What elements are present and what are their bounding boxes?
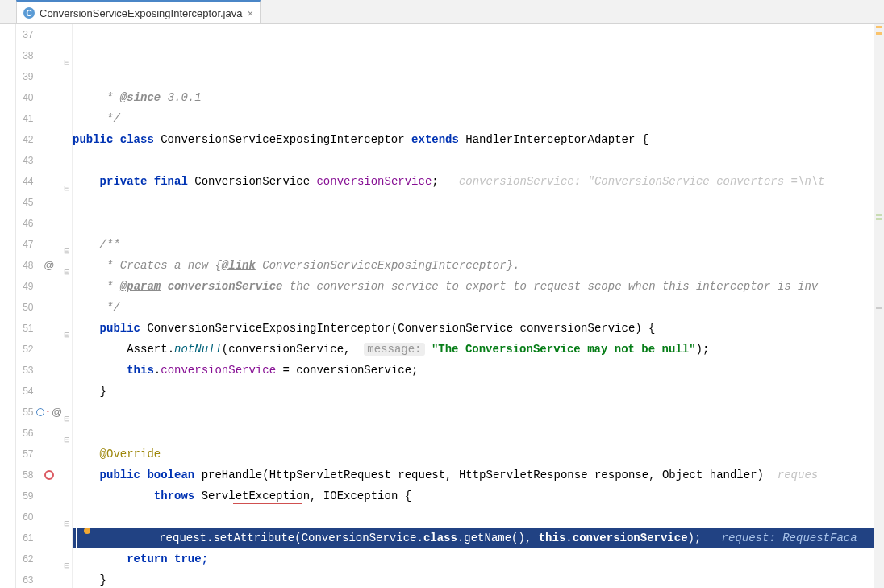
fold-region[interactable] [63, 108, 73, 129]
gutter-line[interactable]: 45 [16, 192, 73, 213]
fold-region[interactable]: ⊟ [63, 507, 73, 528]
fold-region[interactable] [63, 276, 73, 297]
fold-region[interactable] [63, 465, 73, 486]
code-editor[interactable]: 3738⊟394041424344⊟454647⊟48@⊟495051⊟5253… [0, 24, 884, 588]
fold-region[interactable] [63, 486, 73, 507]
overview-mark[interactable] [876, 218, 882, 220]
code-line[interactable] [73, 402, 874, 423]
fold-region[interactable]: ⊟ [63, 402, 73, 423]
gutter-line[interactable]: 50 [16, 297, 73, 318]
gutter-line[interactable]: 47⊟ [16, 234, 73, 255]
fold-region[interactable] [63, 87, 73, 108]
gutter-line[interactable]: 57 [16, 444, 73, 465]
gutter-line[interactable]: 62⊟ [16, 548, 73, 569]
fold-region[interactable]: ⊟ [63, 318, 73, 339]
gutter-marks: @ [35, 255, 64, 276]
overview-mark[interactable] [876, 214, 882, 216]
fold-region[interactable] [63, 381, 73, 402]
code-token [73, 259, 106, 272]
fold-region[interactable] [63, 360, 73, 381]
code-line[interactable]: public ConversionServiceExposingIntercep… [73, 318, 874, 339]
gutter-line[interactable]: 52 [16, 339, 73, 360]
fold-region[interactable]: ⊟ [63, 548, 73, 569]
code-line[interactable]: this.conversionService = conversionServi… [73, 360, 874, 381]
breakpoint-icon[interactable] [44, 470, 54, 480]
gutter-line[interactable]: 48@⊟ [16, 255, 73, 276]
gutter-line[interactable]: 58 [16, 465, 73, 486]
code-line[interactable]: */ [73, 297, 874, 318]
override-icon[interactable] [36, 408, 44, 416]
fold-region[interactable]: ⊟ [63, 255, 73, 276]
gutter-marks [35, 381, 64, 402]
code-line[interactable]: public boolean preHandle(HttpServletRequ… [73, 465, 874, 486]
code-token [73, 301, 106, 314]
gutter-line[interactable]: 42 [16, 129, 73, 150]
editor-tab-bar: C ConversionServiceExposingInterceptor.j… [0, 0, 884, 24]
gutter-line[interactable]: 38⊟ [16, 45, 73, 66]
fold-region[interactable] [63, 192, 73, 213]
fold-region[interactable]: ⊟ [63, 171, 73, 192]
gutter-line[interactable]: 46 [16, 213, 73, 234]
gutter-line[interactable]: 44⊟ [16, 171, 73, 192]
gutter-line[interactable]: 41 [16, 108, 73, 129]
fold-region[interactable] [63, 129, 73, 150]
code-line[interactable]: /** [73, 234, 874, 255]
fold-region[interactable] [63, 339, 73, 360]
code-line[interactable]: private final ConversionService conversi… [73, 171, 874, 192]
gutter-line[interactable]: 60⊟ [16, 507, 73, 528]
gutter-line[interactable]: 43 [16, 150, 73, 171]
gutter-line[interactable]: 53 [16, 360, 73, 381]
gutter-line[interactable]: 56⊟ [16, 423, 73, 444]
gutter-line[interactable]: 54 [16, 381, 73, 402]
gutter-line[interactable]: 49 [16, 276, 73, 297]
code-line[interactable] [73, 213, 874, 234]
fold-region[interactable] [63, 444, 73, 465]
fold-region[interactable] [63, 66, 73, 87]
code-line[interactable] [73, 507, 874, 528]
code-line[interactable]: Assert.notNull(conversionService, messag… [73, 339, 874, 360]
gutter-line[interactable]: 59 [16, 486, 73, 507]
fold-region[interactable]: ⊟ [63, 234, 73, 255]
fold-region[interactable]: ⊟ [63, 423, 73, 444]
code-line[interactable]: request.setAttribute(ConversionService.c… [73, 528, 874, 548]
fold-region[interactable] [63, 213, 73, 234]
code-line[interactable]: @Override [73, 444, 874, 465]
gutter[interactable]: 3738⊟394041424344⊟454647⊟48@⊟495051⊟5253… [16, 24, 73, 588]
code-line[interactable]: } [73, 569, 874, 588]
gutter-line[interactable]: 37 [16, 24, 73, 45]
code-line[interactable]: } [73, 381, 874, 402]
code-line[interactable] [73, 150, 874, 171]
fold-region[interactable] [63, 297, 73, 318]
overview-mark[interactable] [876, 26, 882, 28]
gutter-line[interactable]: 51⊟ [16, 318, 73, 339]
overview-ruler[interactable] [874, 24, 884, 588]
gutter-line[interactable]: 55↑@⊟ [16, 402, 73, 423]
close-icon[interactable]: × [247, 7, 253, 19]
file-tab[interactable]: C ConversionServiceExposingInterceptor.j… [16, 0, 261, 23]
code-line[interactable]: * Creates a new {@link ConversionService… [73, 255, 874, 276]
overview-mark[interactable] [876, 307, 882, 309]
code-line[interactable]: */ [73, 108, 874, 129]
code-token [73, 91, 106, 104]
gutter-line[interactable]: 61 [16, 528, 73, 548]
line-number: 40 [16, 87, 35, 108]
code-token: this [539, 532, 566, 544]
fold-region[interactable] [63, 150, 73, 171]
code-line[interactable]: public class ConversionServiceExposingIn… [73, 129, 874, 150]
gutter-line[interactable]: 63 [16, 569, 73, 588]
overview-mark[interactable] [876, 32, 882, 35]
code-area[interactable]: * @since 3.0.1 */public class Conversion… [73, 24, 874, 588]
fold-region[interactable] [63, 569, 73, 588]
gutter-line[interactable]: 40 [16, 87, 73, 108]
implements-arrow-icon: ↑ [46, 402, 51, 423]
fold-region[interactable]: ⊟ [63, 45, 73, 66]
code-line[interactable]: return true; [73, 548, 874, 569]
code-line[interactable] [73, 192, 874, 213]
fold-region[interactable] [63, 24, 73, 45]
code-line[interactable]: * @since 3.0.1 [73, 87, 874, 108]
code-line[interactable]: throws ServletException, IOException { [73, 486, 874, 507]
fold-region[interactable] [63, 528, 73, 548]
gutter-line[interactable]: 39 [16, 66, 73, 87]
code-line[interactable] [73, 423, 874, 444]
code-line[interactable]: * @param conversionService the conversio… [73, 276, 874, 297]
